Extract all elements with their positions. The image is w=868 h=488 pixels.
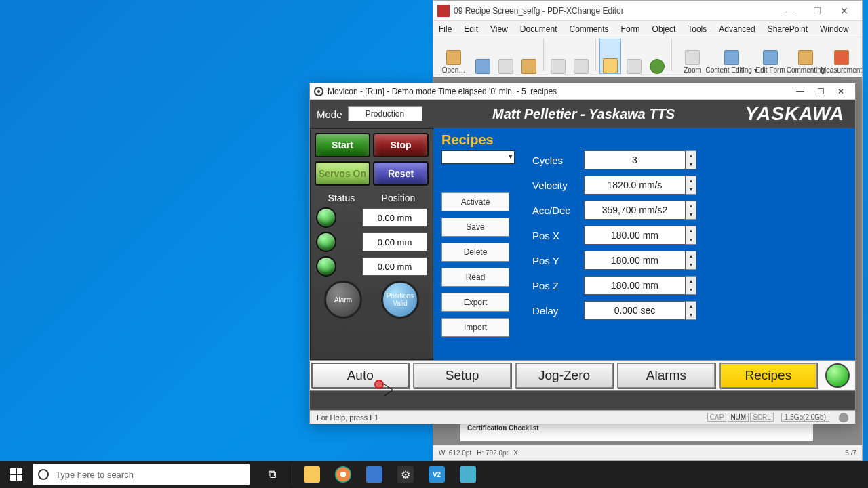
pdf-save-icon[interactable] [473, 39, 493, 74]
user-icon[interactable] [839, 413, 848, 422]
taskbar-search[interactable]: Type here to search [33, 464, 250, 485]
cap-indicator: CAP [707, 413, 727, 422]
posz-label: Pos Z [532, 280, 584, 291]
pdf-menu-view[interactable]: View [490, 24, 508, 34]
hmi-statusbar: For Help, press F1 CAP NUM SCRL 1.5Gb(2.… [310, 410, 855, 424]
pdf-menu-edit[interactable]: Edit [464, 24, 478, 34]
help-hint: For Help, press F1 [317, 413, 378, 422]
tab-setup[interactable]: Setup [413, 363, 511, 388]
pdf-dim-h: H: 792.0pt [477, 449, 508, 457]
pdf-menu-window[interactable]: Window [820, 24, 849, 34]
pdf-menu-document[interactable]: Document [520, 24, 557, 34]
taskbar-app-vnc[interactable]: V2 [427, 464, 447, 485]
taskbar-app-settings[interactable]: ⚙ [395, 464, 416, 485]
cycles-value[interactable]: 3 [584, 150, 686, 169]
pdf-toolbar: Open… Zoom Content Editing ▾ Edit Form C… [433, 37, 862, 75]
posx-spinner[interactable]: ▲▼ [686, 226, 696, 245]
pdf-menu-file[interactable]: File [439, 24, 452, 34]
delete-button[interactable]: Delete [441, 243, 509, 262]
save-button[interactable]: Save [441, 218, 509, 237]
alarm-indicator[interactable]: Alarm [324, 281, 362, 319]
posz-value[interactable]: 180.00 mm [584, 276, 686, 295]
position-z: 0.00 mm [362, 257, 427, 276]
pdf-email-icon[interactable] [519, 39, 539, 74]
pdf-open-button[interactable]: Open… [437, 39, 470, 74]
pdf-snapshot-icon[interactable] [647, 39, 667, 74]
cycles-label: Cycles [532, 155, 584, 166]
pdf-maximize-button[interactable]: ☐ [804, 1, 831, 20]
num-indicator: NUM [728, 413, 749, 422]
pdf-print-icon[interactable] [496, 39, 516, 74]
tab-auto[interactable]: Auto [311, 363, 409, 388]
pdf-measurement-button[interactable]: Measurement [825, 39, 858, 74]
start-button-win[interactable] [0, 461, 33, 488]
tab-recipes[interactable]: Recipes [719, 363, 817, 388]
delay-spinner[interactable]: ▲▼ [686, 301, 696, 320]
posy-spinner[interactable]: ▲▼ [686, 251, 696, 270]
pdf-menu-advanced[interactable]: Advanced [719, 24, 755, 34]
pdf-content-editing-button[interactable]: Content Editing ▾ [711, 39, 751, 74]
pdf-menu-comments[interactable]: Comments [570, 24, 609, 34]
hmi-titlebar: Movicon - [Run] - Demo mode Time elapsed… [310, 83, 855, 100]
velocity-label: Velocity [532, 180, 584, 191]
taskbar-app-explorer[interactable] [302, 464, 322, 485]
pdf-menu-form[interactable]: Form [621, 24, 640, 34]
posy-value[interactable]: 180.00 mm [584, 251, 686, 270]
velocity-spinner[interactable]: ▲▼ [686, 176, 696, 195]
recipe-select[interactable] [441, 150, 515, 164]
pdf-close-button[interactable]: ✕ [831, 1, 858, 20]
start-button[interactable]: Start [315, 133, 370, 157]
mode-value[interactable]: Production [348, 106, 422, 121]
reset-button[interactable]: Reset [373, 161, 429, 186]
pdf-dim-w: W: 612.0pt [439, 449, 471, 457]
read-button[interactable]: Read [441, 268, 509, 287]
accdec-label: Acc/Dec [532, 205, 584, 216]
pdf-zoom-button[interactable]: Zoom [676, 39, 709, 74]
position-header: Position [382, 192, 416, 203]
position-y: 0.00 mm [362, 232, 427, 251]
status-led-y [316, 232, 336, 252]
accdec-value[interactable]: 359,700 mm/s2 [584, 201, 686, 220]
pdf-edit-form-button[interactable]: Edit Form [754, 39, 787, 74]
pdf-title: 09 Recipe Screen_selfg - PDF-XChange Edi… [454, 6, 776, 16]
tab-alarms[interactable]: Alarms [617, 363, 715, 388]
movicon-window: Movicon - [Run] - Demo mode Time elapsed… [309, 83, 856, 424]
hmi-close-button[interactable]: ✕ [831, 87, 851, 96]
control-panel: Start Stop Servos On Reset Status Positi… [310, 128, 433, 360]
pdf-undo-icon[interactable] [548, 39, 568, 74]
pdf-menubar: File Edit View Document Comments Form Ob… [433, 21, 862, 37]
pdf-titlebar: 09 Recipe Screen_selfg - PDF-XChange Edi… [433, 1, 862, 21]
positions-valid-indicator[interactable]: Positions Valid [381, 281, 419, 319]
nav-tabs: Auto Setup Jog-Zero Alarms Recipes [310, 360, 855, 391]
header-title: Matt Pelletier - Yaskawa TTS [422, 106, 745, 122]
pdf-redo-icon[interactable] [571, 39, 591, 74]
pdf-select-tool-icon[interactable] [624, 39, 644, 74]
tab-jogzero[interactable]: Jog-Zero [515, 363, 613, 388]
search-icon [38, 469, 49, 480]
import-button[interactable]: Import [441, 318, 509, 337]
pdf-app-icon [437, 5, 450, 17]
taskbar-app-chrome[interactable] [333, 464, 353, 485]
task-view-icon[interactable]: ⧉ [262, 464, 282, 485]
export-button[interactable]: Export [441, 293, 509, 312]
posz-spinner[interactable]: ▲▼ [686, 276, 696, 295]
velocity-value[interactable]: 1820.0 mm/s [584, 176, 686, 195]
pdf-menu-object[interactable]: Object [652, 24, 676, 34]
cycles-spinner[interactable]: ▲▼ [686, 150, 696, 169]
pdf-minimize-button[interactable]: — [776, 1, 804, 20]
pdf-hand-tool-icon[interactable] [599, 39, 621, 74]
taskbar-app-camera[interactable] [458, 464, 478, 485]
servos-on-button[interactable]: Servos On [315, 161, 370, 186]
pdf-menu-tools[interactable]: Tools [688, 24, 707, 34]
accdec-spinner[interactable]: ▲▼ [686, 201, 696, 220]
pdf-commenting-button[interactable]: Commenting [789, 39, 822, 74]
delay-value[interactable]: 0.000 sec [584, 301, 686, 320]
hmi-minimize-button[interactable]: — [790, 87, 810, 96]
activate-button[interactable]: Activate [441, 192, 509, 211]
taskbar-app-movicon[interactable] [364, 464, 384, 485]
posx-value[interactable]: 180.00 mm [584, 226, 686, 245]
windows-taskbar: Type here to search ⧉ ⚙ V2 [0, 461, 868, 488]
stop-button[interactable]: Stop [373, 133, 429, 157]
hmi-maximize-button[interactable]: ☐ [810, 87, 831, 96]
pdf-menu-sharepoint[interactable]: SharePoint [768, 24, 808, 34]
